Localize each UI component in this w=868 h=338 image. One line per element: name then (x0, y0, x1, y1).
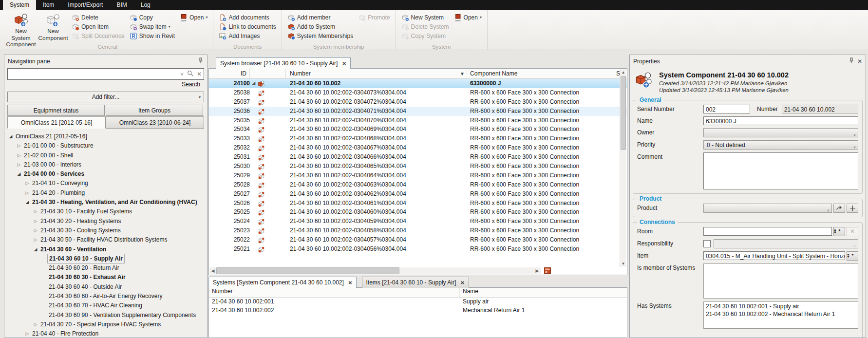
tree-item[interactable]: 21-04 30 60 20 - Return Air (4, 263, 207, 273)
table-row[interactable]: 2502521-04 30 60 10.002:002-0304060%0304… (209, 207, 627, 217)
tab-equipmnet-status[interactable]: Equipmnet status (7, 105, 105, 116)
tab-items[interactable]: Items [21-04 30 60 10 - Supply Air]✕ (362, 277, 469, 288)
collapse-icon[interactable]: ◢ (252, 79, 257, 88)
column-header-icon[interactable] (250, 69, 286, 78)
tree-item[interactable]: 21-04 30 60 30 - Exhaust Air (4, 273, 207, 282)
expand-icon[interactable]: ▷ (16, 141, 22, 150)
responsibility-checkbox[interactable] (703, 240, 711, 247)
tree-item-label[interactable]: 21-04 30 60 40 - Outside Air (47, 282, 123, 292)
collapse-icon[interactable]: ◢ (7, 132, 14, 141)
tree-item[interactable]: ▷21-04 30 20 - Heating Systems (4, 217, 207, 226)
tree-item-label[interactable]: 21-04 30 60 - Ventilation (39, 245, 108, 254)
table-row[interactable]: 2502321-04 30 60 10.002:002-0304058%0304… (209, 226, 627, 235)
ribbon-button-add-member[interactable]: Add member (286, 13, 355, 22)
table-row[interactable]: 2502621-04 30 60 10.002:002-0304061%0304… (209, 199, 627, 208)
expand-icon[interactable]: ▷ (24, 329, 31, 338)
ribbon-button-new-system-component[interactable]: New System Component (5, 12, 37, 49)
table-row[interactable]: 2502121-04 30 60 10.002:002-0304056%0304… (209, 244, 627, 254)
table-row[interactable]: 2503421-04 30 60 10.002:002-0304069%0304… (209, 125, 627, 134)
tree-item-label[interactable]: 21-04 30 60 60 - Air-to-Air Energy Recov… (47, 292, 164, 301)
tree-item-label[interactable]: 21-04 30 20 - Heating Systems (39, 217, 122, 226)
tree-item[interactable]: ▷21-01 00 00 - Substructure (4, 141, 207, 150)
column-header-component-name[interactable]: Component Name (467, 69, 613, 78)
tree-item[interactable]: 21-04 30 60 90 - Ventilation Supplementa… (4, 311, 207, 320)
ribbon-button-show-in-revit[interactable]: RShow in Revit (128, 31, 176, 40)
ribbon-button-open[interactable]: wwwOpen▾ (453, 13, 483, 22)
expand-icon[interactable]: ▷ (32, 235, 39, 244)
tree-item[interactable]: ▷21-04 30 30 - Cooling Systems (4, 226, 207, 235)
expand-icon[interactable]: ▷ (32, 217, 39, 226)
item-field[interactable]: 0304.015 - M_Air Handling Unit - Split S… (703, 251, 845, 260)
table-row[interactable]: 2503521-04 30 60 10.002:002-0304070%0304… (209, 116, 627, 125)
menu-tab-system[interactable]: System (3, 0, 36, 10)
ribbon-button-add-documents[interactable]: Add documents (217, 13, 277, 22)
menu-tab-import-export[interactable]: Import/Export (61, 0, 110, 10)
close-icon[interactable]: ✕ (857, 58, 862, 65)
tree-item-label[interactable]: 21-04 30 30 - Cooling Systems (39, 226, 122, 235)
tree-item[interactable]: ▷21-04 30 70 - Special Purpose HVAC Syst… (4, 320, 207, 329)
ribbon-button-add-images[interactable]: Add Images (217, 31, 277, 40)
tree-item[interactable]: ▷21-04 10 - Conveying (4, 179, 207, 188)
table-row[interactable]: 2503721-04 30 60 10.002:002-0304072%0304… (209, 97, 627, 107)
filter-icon[interactable]: ▼ (460, 71, 465, 76)
expand-icon[interactable]: ▷ (16, 151, 22, 160)
ribbon-button-system-memberships[interactable]: System Memberships (286, 31, 355, 40)
scroll-right-icon[interactable]: ▶ (534, 268, 541, 273)
tree-item[interactable]: 21-04 30 60 70 - HVAC Air Cleaning (4, 301, 207, 310)
tree-item[interactable]: ◢OmniClass 21 [2012-05-16] (4, 132, 207, 141)
room-browse-button[interactable]: ● ● ● (833, 227, 845, 236)
collapse-icon[interactable]: ◢ (32, 245, 39, 254)
tree-item-label[interactable]: 21-04 30 70 - Special Purpose HVAC Syste… (39, 320, 162, 329)
table-row[interactable]: 2502821-04 30 60 10.002:002-0304063%0304… (209, 180, 627, 189)
close-icon[interactable]: ✕ (348, 280, 352, 285)
pin-icon[interactable] (849, 57, 854, 65)
expand-icon[interactable]: ▷ (32, 226, 39, 235)
scroll-down-icon[interactable]: ▼ (620, 261, 626, 267)
menu-tab-bim[interactable]: BIM (110, 0, 133, 10)
room-field[interactable] (703, 227, 832, 236)
scroll-left-icon[interactable]: ◀ (209, 268, 216, 273)
tree-item-label[interactable]: 21-04 20 - Plumbing (31, 188, 86, 198)
tree-item-label[interactable]: 21-04 00 00 - Services (22, 169, 86, 179)
ribbon-button-new-component[interactable]: New Component (37, 12, 69, 42)
menu-tab-log[interactable]: Log (134, 0, 157, 10)
ribbon-button-add-to-system[interactable]: Add to System (286, 22, 355, 31)
tree-item-label[interactable]: 21-04 30 60 90 - Ventilation Supplementa… (47, 311, 197, 320)
column-header-number[interactable]: Number▼ (286, 69, 467, 78)
scroll-up-icon[interactable]: ▲ (620, 69, 626, 75)
table-row[interactable]: 21-04 30 60 10.002:002Mechanical Return … (209, 306, 627, 315)
table-row[interactable]: 2503221-04 30 60 10.002:002-0304067%0304… (209, 143, 627, 152)
panel-layout-icon[interactable] (544, 267, 551, 274)
tab-item-groups[interactable]: Item Groups (106, 105, 203, 116)
pin-icon[interactable] (198, 57, 204, 65)
add-filter-dropdown[interactable]: Add filter... ▾ (7, 92, 204, 102)
menu-tab-item[interactable]: Item (36, 0, 61, 10)
table-row[interactable]: 2502421-04 30 60 10.002:002-0304059%0304… (209, 217, 627, 226)
ribbon-button-link-to-documents[interactable]: Link to documents (217, 22, 277, 31)
table-row[interactable]: 2503121-04 30 60 10.002:002-0304066%0304… (209, 152, 627, 162)
table-row[interactable]: 2502221-04 30 60 10.002:002-0304057%0304… (209, 235, 627, 244)
item-browse-button[interactable]: ● ● ● (847, 251, 858, 261)
expand-icon[interactable]: ▷ (32, 207, 39, 216)
expand-icon[interactable]: ▷ (24, 188, 31, 198)
comment-field[interactable] (703, 152, 858, 189)
tree-item[interactable]: 21-04 30 60 40 - Outside Air (4, 282, 207, 292)
tree-item[interactable]: 21-04 30 60 10 - Supply Air (4, 254, 207, 263)
tree-item[interactable]: ▷21-04 20 - Plumbing (4, 188, 207, 198)
tab-system-browser[interactable]: System browser [21-04 30 60 10 - Supply … (216, 57, 351, 69)
table-row[interactable]: 24100◢21-04 30 60 10.00263300000 J (209, 79, 627, 88)
tree-item-label[interactable]: OmniClass 21 [2012-05-16] (14, 132, 89, 141)
ribbon-button-open-item[interactable]: Open Item (70, 22, 126, 31)
tree-item-label[interactable]: 21-04 10 - Conveying (31, 179, 90, 188)
tree-item[interactable]: ◢21-04 30 60 - Ventilation (4, 245, 207, 254)
tree-item[interactable]: 21-04 30 60 60 - Air-to-Air Energy Recov… (4, 292, 207, 301)
tab-omniclass-21-2012-05-16[interactable]: OmniClass 21 [2012-05-16] (7, 116, 106, 129)
table-row[interactable]: 2502721-04 30 60 10.002:002-0304062%0304… (209, 189, 627, 199)
expand-icon[interactable]: ▷ (32, 320, 39, 329)
name-field[interactable]: 63300000 J (703, 116, 858, 125)
table-row[interactable]: 2503621-04 30 60 10.002:002-0304071%0304… (209, 107, 627, 116)
ribbon-button-copy[interactable]: Copy (128, 13, 176, 22)
tree-item[interactable]: ◢21-04 30 - Heating, Ventilation, and Ai… (4, 198, 207, 207)
tab-systems[interactable]: Systems [System Component 21-04 30 60 10… (208, 277, 357, 288)
table-row[interactable]: 2503821-04 30 60 10.002:002-0304073%0304… (209, 88, 627, 97)
